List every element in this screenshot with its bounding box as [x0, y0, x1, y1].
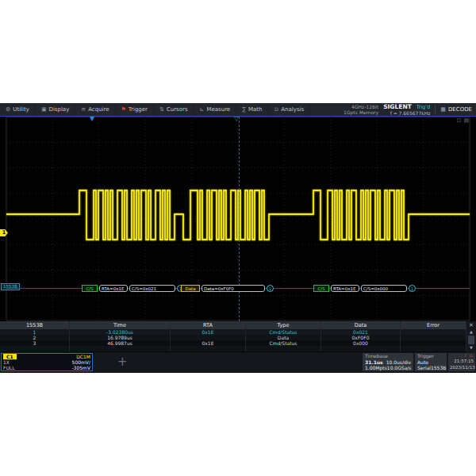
channel1-coupling: DC1M: [76, 354, 90, 359]
table-cell: Data: [246, 335, 321, 340]
panel-icon[interactable]: ▤: [463, 117, 471, 124]
waveform-display: ▼ ▽ ⊡▤ 1 1553B C/SRTA=0x1EC/S=0x0211Data…: [0, 117, 476, 321]
decode-annotation-layer: C/SRTA=0x1EC/S=0x0211DataData=0xF0F01C/S…: [0, 285, 476, 293]
table-row[interactable]: 1-3.02380us0x1ECmd/Status0x021: [0, 329, 466, 335]
table-cell: [0, 346, 70, 351]
table-cell: [401, 340, 466, 346]
table-row[interactable]: 346.9987us0x1ECmd/Status0x000: [0, 340, 466, 346]
delay-marker-icon[interactable]: ▼: [90, 117, 94, 123]
oscilloscope-screen: ⚙Utility▣Display≋Acquire⚑Trigger⇅Cursors…: [0, 103, 476, 373]
channel1-probe: 1X: [3, 359, 10, 365]
menu-item-display[interactable]: ▣Display: [36, 103, 75, 116]
timebase-samplerate: 10.0GSa/s: [387, 365, 412, 371]
channel1-trace: [6, 190, 470, 240]
menu-item-measure[interactable]: ⊾Measure: [194, 103, 237, 116]
brand-logo: SIGLENT: [383, 104, 412, 109]
table-cell: 0x1E: [171, 340, 246, 346]
channel1-tag[interactable]: C1: [3, 354, 17, 359]
acquire-icon: ≋: [81, 106, 86, 113]
trigger-status-badge: Trig'd: [416, 105, 431, 110]
channel1-scale: 500mV/: [72, 359, 90, 365]
table-cell: 16.9789us: [70, 335, 171, 340]
trigger-title: Trigger: [417, 353, 434, 359]
menu-bar: ⚙Utility▣Display≋Acquire⚑Trigger⇅Cursors…: [0, 103, 476, 117]
decode-circle: 1: [267, 285, 274, 292]
menu-item-label: Acquire: [88, 106, 109, 113]
decode-menu-label: DECODE: [448, 106, 472, 113]
timebase-box[interactable]: Timebase 31.1us 10.0us/div 1.00Mpts 10.0…: [363, 353, 413, 371]
table-cell: RTA: [171, 321, 246, 329]
table-scroll-column: ✕ ▲ ▼: [466, 321, 476, 352]
decode-tag-green: C/S: [82, 285, 98, 292]
decode-table-panel: 1553BTimeRTATypeDataError1-3.02380us0x1E…: [0, 321, 476, 352]
scroll-down-icon[interactable]: ▼: [470, 345, 473, 351]
menu-item-label: Trigger: [129, 106, 148, 113]
table-cell: Type: [246, 321, 321, 329]
divider: [435, 105, 436, 114]
table-cell: [171, 335, 246, 340]
decode-field: C/S=0x000: [361, 285, 407, 292]
menu-item-utility[interactable]: ⚙Utility: [0, 103, 36, 116]
table-cell: 2: [0, 335, 70, 340]
menu-item-trigger[interactable]: ⚑Trigger: [116, 103, 154, 116]
sound-icon: ♪: [464, 353, 467, 358]
channel1-bwlimit: FULL: [3, 365, 15, 370]
table-cell: Cmd/Status: [246, 329, 321, 335]
trigger-mode: Auto: [417, 359, 428, 366]
grid-corner-icons[interactable]: ⊡▤: [457, 117, 472, 124]
table-cell: 0x021: [321, 329, 401, 335]
analysis-icon: ⊙: [274, 106, 278, 113]
decode-icon: ▦: [440, 106, 446, 113]
channel1-offset: -305mV: [71, 365, 90, 370]
add-channel-button[interactable]: +: [117, 353, 128, 370]
trigger-icon: ⚑: [121, 106, 126, 113]
decode-field: C/S=0x021: [129, 285, 175, 292]
menu-item-label: Cursors: [167, 106, 188, 113]
table-close-icon[interactable]: ✕: [469, 321, 474, 329]
menu-item-math[interactable]: ∑Math: [236, 103, 268, 116]
menu-items: ⚙Utility▣Display≋Acquire⚑Trigger⇅Cursors…: [0, 103, 310, 116]
menu-item-acquire[interactable]: ≋Acquire: [75, 103, 115, 116]
menu-item-label: Display: [49, 106, 70, 113]
decode-menu-button[interactable]: ▦ DECODE: [440, 106, 472, 113]
trigger-bus: 1553B: [431, 365, 446, 371]
table-cell: [401, 346, 466, 351]
table-cell: Time: [70, 321, 171, 329]
menu-item-label: Measure: [206, 106, 230, 113]
table-cell: [171, 346, 246, 351]
table-cell: 1553B: [0, 321, 70, 329]
decode-tag-yellow: Data: [181, 285, 200, 292]
table-cell: Cmd/Status: [246, 340, 321, 346]
table-cell: 0xF0F0: [321, 335, 401, 340]
table-cell: [321, 346, 401, 351]
menu-item-cursors[interactable]: ⇅Cursors: [154, 103, 194, 116]
scrollbar-thumb[interactable]: [468, 336, 474, 344]
table-cell: [70, 346, 171, 351]
table-cell: 3: [0, 340, 70, 346]
table-cell: 0x000: [321, 340, 401, 346]
table-row[interactable]: 216.9789usData0xF0F0: [0, 335, 466, 340]
math-icon: ∑: [242, 106, 246, 113]
menu-item-label: Math: [248, 106, 263, 113]
timebase-scale: 10.0us/div: [386, 359, 411, 366]
trigger-box[interactable]: Trigger Auto Serial 1553B: [415, 353, 447, 371]
table-cell: 0x1E: [171, 329, 246, 335]
utility-icon: ⚙: [6, 106, 10, 113]
decode-field: Data=0xF0F0: [202, 285, 265, 292]
frequency-counter: f = 7.665677kHz: [390, 110, 431, 116]
table-cell: [401, 329, 466, 335]
decode-field: RTA=0x1E: [331, 285, 359, 292]
channel1-info-box[interactable]: C1 DC1M 1X 500mV/ FULL -305mV: [1, 353, 93, 371]
trigger-marker-icon[interactable]: ▽: [234, 117, 239, 123]
memory-label: 1Gpts Memory: [344, 109, 378, 115]
bandwidth-label: 4GHz-12Bit: [351, 104, 378, 109]
scope-spec: 4GHz-12Bit 1Gpts Memory: [344, 104, 378, 115]
decode-table: 1553BTimeRTATypeDataError1-3.02380us0x1E…: [0, 321, 466, 351]
menu-item-label: Utility: [13, 106, 29, 113]
scroll-up-icon[interactable]: ▲: [470, 329, 473, 335]
table-cell: -3.02380us: [70, 329, 171, 335]
menu-item-analysis[interactable]: ⊙Analysis: [268, 103, 310, 116]
table-cell: 1: [0, 329, 70, 335]
decode-field: RTA=0x1E: [99, 285, 128, 292]
timebase-title: Timebase: [365, 353, 388, 359]
